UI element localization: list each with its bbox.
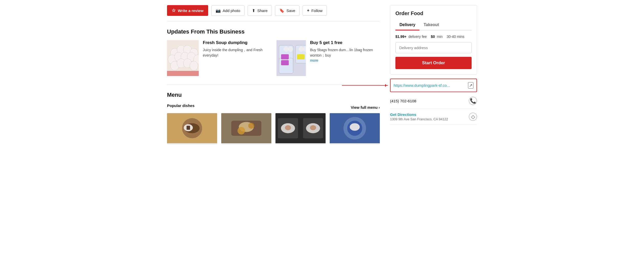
svg-point-23 [288,47,293,52]
directions-icon: ◇ [469,113,477,121]
menu-section: Menu Popular dishes View full menu › [167,92,380,145]
svg-point-35 [248,123,254,129]
tab-takeout[interactable]: Takeout [419,20,443,30]
svg-point-46 [350,123,360,131]
svg-rect-14 [167,71,199,76]
svg-point-34 [238,127,245,134]
start-order-button[interactable]: Start Order [395,57,472,69]
svg-rect-19 [281,54,289,59]
bookmark-icon: 🔖 [279,8,284,13]
svg-rect-30 [186,126,190,130]
min-order: $0 min [431,35,443,39]
camera-icon: 📷 [216,8,221,13]
view-full-menu-link[interactable]: View full menu › [351,105,380,110]
website-row: https://www.dumplingpark-sf.co... ↗ [390,79,477,92]
soup-dumpling-image [167,40,199,76]
svg-rect-20 [281,60,289,65]
sidebar: Order Food Delivery Takeout $1.99+ deliv… [390,5,477,145]
delivery-fee: $1.99+ delivery fee [395,35,427,39]
update-card-1-title: Fresh Soup dumpling [203,40,270,45]
update-card-2-more[interactable]: more [310,58,318,62]
follow-button[interactable]: + Follow [303,5,327,16]
write-review-button[interactable]: ☆ Write a review [167,5,208,16]
delivery-info: $1.99+ delivery fee $0 min 30-40 mins [395,35,472,39]
update-card-1-desc: Juicy inside the dumpling，and Fresh ever… [203,47,270,58]
dish-card-3[interactable] [275,113,326,145]
time-estimate: 30-40 mins [447,35,464,39]
popular-dishes-label: Popular dishes [167,103,195,108]
share-button[interactable]: ⬆ Share [248,5,272,16]
dish-image-1 [167,113,217,144]
chevron-right-icon: › [379,105,380,110]
plus-icon: + [307,8,309,13]
order-tabs: Delivery Takeout [395,20,472,30]
update-card-2-title: Buy 5 get 1 free [310,40,380,45]
update-card-1-body: Fresh Soup dumpling Juicy inside the dum… [203,40,270,58]
order-food-title: Order Food [395,10,472,16]
menu-header: Popular dishes View full menu › [167,103,380,111]
website-link[interactable]: https://www.dumplingpark-sf.co... [394,83,450,88]
external-link-icon: ↗ [468,82,473,89]
star-icon: ☆ [172,8,176,13]
svg-point-13 [190,61,198,70]
get-directions-label[interactable]: Get Directions [390,112,448,117]
business-address: 1309 9th Ave San Francisco, CA 94122 [390,117,448,121]
update-card-1: Fresh Soup dumpling Juicy inside the dum… [167,40,270,76]
dish-image-3 [275,113,326,144]
svg-point-41 [285,125,291,130]
phone-icon: 📞 [469,97,477,105]
order-food-card: Order Food Delivery Takeout $1.99+ deliv… [390,5,477,74]
directions-info: Get Directions 1309 9th Ave San Francisc… [390,112,448,121]
updates-grid: Fresh Soup dumpling Juicy inside the dum… [167,40,380,76]
action-bar: ☆ Write a review 📷 Add photo ⬆ Share 🔖 S… [167,5,380,21]
frozen-bags-image [276,40,306,76]
update-card-2-desc: Buy 5bags frozen dum…lin 1bag frozen won… [310,47,380,58]
directions-row: Get Directions 1309 9th Ave San Francisc… [390,109,477,125]
phone-number: (415) 702-6108 [390,99,416,103]
dish-image-4 [330,113,380,144]
delivery-address-input[interactable] [395,42,472,53]
sidebar-info-section: https://www.dumplingpark-sf.co... ↗ (415… [390,79,477,125]
phone-row: (415) 702-6108 📞 [390,93,477,109]
update-card-2: Buy 5 get 1 free Buy 5bags frozen dum…li… [276,40,380,76]
updates-section-title: Updates From This Business [167,28,380,35]
svg-point-42 [310,125,316,130]
dish-card-4[interactable] [330,113,380,145]
tab-delivery[interactable]: Delivery [395,20,419,30]
update-card-2-body: Buy 5 get 1 free Buy 5bags frozen dum…li… [310,40,380,63]
section-divider [167,84,380,84]
dishes-grid [167,113,380,145]
menu-section-title: Menu [167,92,380,98]
dish-image-2 [221,113,271,144]
share-icon: ⬆ [252,8,255,13]
dish-card-2[interactable] [221,113,271,145]
dish-card-1[interactable] [167,113,217,145]
add-photo-button[interactable]: 📷 Add photo [211,5,245,16]
save-button[interactable]: 🔖 Save [275,5,299,16]
svg-rect-21 [297,54,305,59]
